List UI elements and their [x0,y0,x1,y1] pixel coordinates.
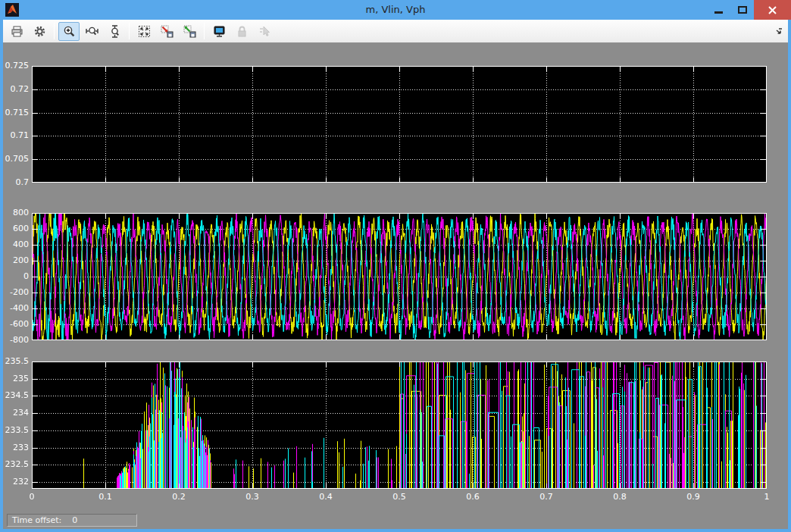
gear-icon [33,25,46,38]
toolbar [3,20,788,43]
maximize-button[interactable] [730,0,754,20]
x-tick-label: 1 [753,492,780,502]
plot-vlin-canvas[interactable] [32,213,767,340]
y-tick-label: -800 [3,335,29,346]
zoom-icon [63,25,76,38]
zoom-x-icon [86,25,98,38]
lock-axes-button[interactable] [231,22,252,41]
save-axes-icon [161,25,174,38]
signal-selection-button[interactable] [254,22,275,41]
zoom-x-button[interactable] [81,22,102,41]
scope-window: m, Vlin, Vph [0,0,791,532]
y-tick-label: 0.71 [3,130,29,141]
y-tick-label: 400 [3,239,29,250]
printer-icon [11,25,23,38]
y-tick-label: -400 [3,303,29,314]
zoom-y-icon [108,25,121,38]
minimize-icon [714,11,723,14]
save-axes-button[interactable] [156,22,177,41]
y-tick-label: 233 [3,443,29,453]
y-tick-label: 0.725 [3,61,29,71]
y-tick-label: 235.5 [3,356,29,367]
floating-scope-button[interactable] [208,22,230,41]
autoscale-icon [138,25,151,38]
plot-vph-canvas[interactable] [32,361,767,489]
y-tick-label: 0.715 [3,108,29,118]
plot-vlin: 8006004002000-200-400-600-800 [3,213,788,340]
close-icon [768,5,777,15]
plot-vph: 235.5235234.5234233.5233232.523200.10.20… [3,361,788,505]
lock-icon [236,25,249,38]
plot-m-canvas[interactable] [32,66,767,183]
toolbar-separator [129,23,130,39]
x-tick-label: 0.2 [165,492,192,502]
y-tick-label: 234 [3,408,29,418]
y-tick-label: -200 [3,287,29,298]
y-tick-label: 0.7 [3,177,29,188]
y-tick-label: 234.5 [3,390,29,401]
window-title: m, Vlin, Vph [0,0,791,20]
print-button[interactable] [6,22,27,41]
maximize-icon [738,6,747,14]
zoom-button[interactable] [58,22,80,41]
x-tick-label: 0.9 [680,492,707,502]
time-offset-value: 0 [72,515,77,525]
x-tick-label: 0 [18,492,45,502]
autoscale-button[interactable] [133,22,155,41]
zoom-y-button[interactable] [104,22,125,41]
plot-m: 0.7250.720.7150.710.7050.7 [3,66,788,183]
titlebar[interactable]: m, Vlin, Vph [0,0,791,20]
y-tick-label: 233.5 [3,425,29,436]
x-tick-label: 0.4 [312,492,339,502]
toolbar-separator [54,23,55,39]
y-tick-label: 0.705 [3,154,29,164]
window-controls [707,0,791,20]
close-button[interactable] [754,0,791,20]
y-tick-label: 232.5 [3,459,29,470]
y-tick-label: -600 [3,319,29,330]
restore-axes-icon [183,25,196,38]
scope-display-area: 0.7250.720.7150.710.7050.7 8006004002000… [3,43,788,512]
y-tick-label: 200 [3,255,29,266]
time-offset-label: Time offset: [12,515,61,525]
y-tick-label: 0 [3,271,29,282]
minimize-button[interactable] [707,0,730,20]
x-tick-label: 0.8 [606,492,633,502]
y-tick-label: 235 [3,374,29,384]
y-tick-label: 600 [3,224,29,234]
toolbar-separator [204,23,205,39]
parameters-button[interactable] [29,22,50,41]
x-tick-label: 0.6 [459,492,486,502]
y-tick-label: 0.72 [3,84,29,95]
time-offset-panel: Time offset:0 [7,514,137,527]
window-body: 0.7250.720.7150.710.7050.7 8006004002000… [3,20,788,529]
signal-selection-icon [258,25,271,38]
x-tick-label: 0.7 [533,492,560,502]
x-tick-label: 0.1 [92,492,119,502]
toolbar-overflow-icon[interactable] [774,26,785,36]
restore-axes-button[interactable] [179,22,200,41]
floating-scope-icon [213,25,226,38]
status-bar: Time offset:0 [3,512,788,529]
y-tick-label: 232 [3,477,29,487]
y-tick-label: 800 [3,208,29,218]
x-tick-label: 0.3 [239,492,266,502]
x-tick-label: 0.5 [386,492,413,502]
